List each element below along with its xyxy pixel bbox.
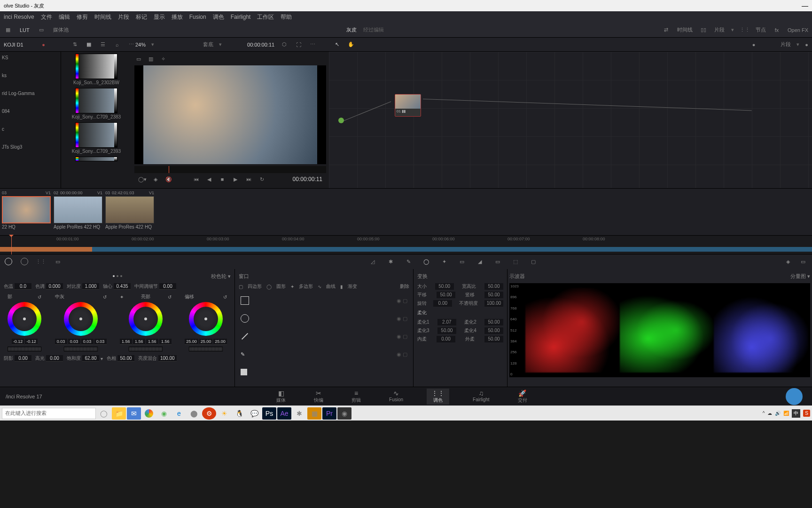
param-input[interactable]: 0.00 bbox=[159, 283, 176, 290]
clip-item[interactable]: 03V1 22 HQ bbox=[2, 190, 51, 233]
list-view-icon[interactable]: ☰ bbox=[99, 40, 107, 49]
nav-media[interactable]: ◧媒体 bbox=[272, 389, 290, 405]
clip-item[interactable]: 0200:00:00:00V1 Apple ProRes 422 HQ bbox=[54, 190, 102, 233]
key-icon[interactable]: ◢ bbox=[476, 258, 484, 266]
color-node[interactable]: 01▮▮ bbox=[395, 94, 421, 117]
param-input[interactable]: 0.00 bbox=[46, 355, 63, 362]
param-input[interactable]: 50.00 bbox=[117, 355, 134, 362]
openfx-button[interactable]: Open FX bbox=[788, 27, 808, 33]
nav-deliver[interactable]: 🚀交付 bbox=[513, 389, 532, 405]
shape-row[interactable]: ◉ ▢ bbox=[239, 327, 409, 345]
menu-item[interactable]: Fairlight bbox=[231, 14, 251, 20]
nav-cut[interactable]: ✂快编 bbox=[309, 389, 328, 405]
param-input[interactable]: 62.80 bbox=[82, 355, 99, 362]
fit-dropdown[interactable]: 套底 bbox=[203, 41, 213, 48]
param-input[interactable]: 50.00 bbox=[484, 319, 503, 325]
param-input[interactable]: 50.00 bbox=[484, 336, 503, 342]
param-input[interactable]: 50.00 bbox=[437, 327, 456, 334]
param-input[interactable]: 0.00 bbox=[15, 355, 31, 362]
param-input[interactable]: 0.00 bbox=[433, 300, 452, 307]
param-input[interactable]: 50.00 bbox=[484, 292, 503, 298]
more-icon[interactable]: ⋯ bbox=[308, 40, 317, 49]
shape-row[interactable]: ◉ ▢ bbox=[239, 292, 409, 310]
home-button[interactable] bbox=[786, 388, 803, 405]
reset-icon[interactable]: ↺ bbox=[103, 294, 107, 300]
reset-icon[interactable]: ↺ bbox=[223, 294, 227, 300]
lut-button[interactable]: LUT bbox=[20, 27, 30, 33]
shape-row[interactable]: ✎◉ ▢ bbox=[239, 345, 409, 363]
last-frame-icon[interactable]: ⏭ bbox=[244, 175, 253, 183]
first-frame-icon[interactable]: ⏮ bbox=[192, 175, 200, 183]
taskbar-search[interactable]: 在此键入进行搜索 bbox=[2, 408, 96, 419]
param-input[interactable]: 1.000 bbox=[82, 283, 99, 290]
task-icon[interactable]: ▦ bbox=[307, 407, 321, 420]
nodes-icon[interactable]: ⋮⋮ bbox=[741, 26, 749, 34]
shape-row[interactable]: ◉ ▢ bbox=[239, 310, 409, 327]
viewer-option-icon[interactable]: ▭ bbox=[134, 55, 143, 63]
timeline-icon[interactable]: ⇄ bbox=[662, 26, 671, 34]
menu-item[interactable]: 工作区 bbox=[257, 13, 274, 21]
menu-item[interactable]: 文件 bbox=[41, 13, 52, 21]
gain-wheel[interactable]: ✦亮部↺ 1.561.561.561.56 bbox=[120, 294, 172, 351]
param-input[interactable]: 0.0 bbox=[15, 283, 31, 290]
shape-row[interactable] bbox=[239, 363, 409, 381]
delete-button[interactable]: 删除 bbox=[400, 283, 409, 290]
viewer-canvas[interactable] bbox=[134, 65, 326, 164]
task-icon[interactable]: ◉ bbox=[157, 407, 171, 420]
shape-tab[interactable]: 圆形 bbox=[276, 283, 286, 290]
hand-icon[interactable]: ✋ bbox=[347, 40, 355, 49]
loop-icon[interactable]: ◯▾ bbox=[138, 175, 147, 183]
clips-dropdown[interactable]: 片段 bbox=[781, 41, 791, 48]
tool-icon[interactable]: ✱ bbox=[386, 258, 395, 266]
tree-item[interactable]: 084 bbox=[2, 107, 59, 116]
fx-icon[interactable]: fx bbox=[773, 26, 781, 34]
tray-icon[interactable]: 📶 bbox=[783, 411, 789, 416]
mediapool-icon[interactable]: ▭ bbox=[37, 26, 46, 34]
lut-item[interactable] bbox=[63, 157, 130, 161]
offset-wheel[interactable]: 偏移↺ 25.0025.0025.00 bbox=[185, 294, 227, 351]
reset-icon[interactable]: ↺ bbox=[38, 294, 41, 300]
tray-icon[interactable]: ^ bbox=[763, 411, 765, 416]
tracker-icon[interactable]: ✦ bbox=[440, 258, 448, 266]
viewer-option-icon[interactable]: ▥ bbox=[147, 55, 155, 63]
node-input[interactable] bbox=[338, 118, 344, 123]
menu-item[interactable]: 片段 bbox=[118, 13, 129, 21]
more-icon[interactable]: ⋯ bbox=[127, 40, 135, 49]
lut-item[interactable]: Koji_Sony...C709_2383 bbox=[63, 88, 130, 119]
lut-item[interactable]: Koji_Sony...C709_2393 bbox=[63, 122, 130, 154]
lift-wheel[interactable]: 部↺ -0.12-0.12 bbox=[8, 294, 41, 351]
menu-item[interactable]: 标记 bbox=[136, 13, 147, 21]
shape-tab[interactable]: 渐变 bbox=[348, 283, 357, 290]
tool-icon[interactable]: ▭ bbox=[54, 258, 62, 266]
menu-item[interactable]: 播放 bbox=[172, 13, 183, 21]
pointer-icon[interactable]: ↖ bbox=[333, 40, 341, 49]
param-input[interactable]: 0.435 bbox=[114, 283, 131, 290]
grid-view-icon[interactable]: ▦ bbox=[85, 40, 93, 49]
clip-item[interactable]: 0302:42:01:03V1 Apple ProRes 422 HQ bbox=[105, 190, 154, 233]
task-icon[interactable]: ✉ bbox=[127, 407, 141, 420]
tool-icon[interactable]: ◈ bbox=[784, 258, 792, 266]
stop-icon[interactable]: ■ bbox=[218, 175, 226, 183]
gamma-wheel[interactable]: 中灰↺ 0.030.030.030.03 bbox=[55, 294, 107, 351]
tool-icon[interactable]: ▢ bbox=[529, 258, 538, 266]
nodes-button[interactable]: 节点 bbox=[756, 26, 766, 33]
nav-edit[interactable]: ≡剪辑 bbox=[347, 389, 366, 405]
nav-fusion[interactable]: ∿Fusion bbox=[384, 389, 408, 405]
gallery-icon[interactable]: ▦ bbox=[4, 26, 12, 34]
tree-item[interactable]: ks bbox=[2, 71, 59, 80]
task-icon[interactable]: ◯ bbox=[97, 407, 111, 420]
task-icon[interactable]: Ae bbox=[277, 407, 291, 420]
param-input[interactable]: 100.00 bbox=[484, 300, 503, 307]
nav-color[interactable]: ⋮⋮调色 bbox=[427, 389, 449, 405]
tree-item[interactable]: rid Log-Gamma bbox=[2, 89, 59, 98]
menu-item[interactable]: 修剪 bbox=[77, 13, 88, 21]
reset-icon[interactable]: ↺ bbox=[168, 294, 172, 300]
tray-icon[interactable]: ☁ bbox=[767, 411, 772, 416]
sort-icon[interactable]: ⇅ bbox=[70, 40, 79, 49]
task-icon[interactable] bbox=[142, 407, 156, 420]
search-icon[interactable]: ⌕ bbox=[113, 40, 121, 49]
clips-icon[interactable]: ▯▯ bbox=[699, 26, 708, 34]
param-input[interactable]: 50.00 bbox=[484, 283, 503, 290]
3d-icon[interactable]: ⬚ bbox=[511, 258, 520, 266]
magic-icon[interactable]: ✧ bbox=[159, 55, 167, 63]
